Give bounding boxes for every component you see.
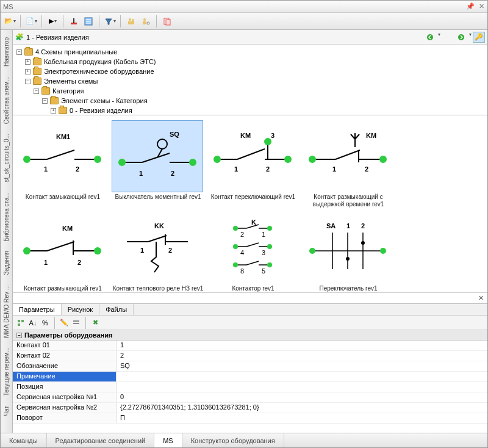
gallery-item[interactable]: Выключатель моментный rev1: [112, 120, 204, 208]
thumbnail[interactable]: [112, 120, 203, 192]
property-row[interactable]: Сервисная настройка №10: [13, 392, 487, 403]
new-doc-button[interactable]: 📄▾: [24, 15, 38, 28]
sidebar-tab-library[interactable]: Библиотека ста...: [2, 187, 11, 247]
thumbnail[interactable]: [207, 212, 298, 284]
sidebar-tab-tasks[interactable]: Задания: [2, 246, 11, 280]
tree-node[interactable]: +Электротехническое оборудование: [25, 67, 484, 76]
property-value[interactable]: 1: [117, 341, 487, 350]
expand-icon[interactable]: −: [42, 98, 48, 104]
property-row[interactable]: Контакт 022: [13, 351, 487, 361]
tree-node[interactable]: −Элементы схемы: [25, 76, 484, 86]
property-value[interactable]: [117, 372, 487, 381]
property-value[interactable]: [117, 382, 487, 392]
property-row[interactable]: Сервисная настройка №2{2.272786701340351…: [13, 403, 487, 413]
close-icon[interactable]: ✕: [478, 3, 485, 10]
bottom-tab[interactable]: MS: [154, 433, 182, 447]
expand-icon[interactable]: +: [25, 59, 30, 65]
nav-back-button[interactable]: [424, 32, 436, 43]
sidebar-tab-properties[interactable]: Свойства элем...: [2, 71, 11, 129]
folder-icon: [33, 58, 41, 65]
expand-icon[interactable]: −: [16, 49, 22, 55]
prop-edit-button[interactable]: ✏️: [59, 317, 70, 328]
pin-icon[interactable]: 📌: [467, 3, 474, 10]
sidebar-tab-mia[interactable]: МИА DEMO Rev ...: [2, 280, 11, 343]
property-value[interactable]: П: [117, 413, 487, 423]
prop-clear-button[interactable]: ✖: [90, 317, 101, 328]
marker-button[interactable]: [67, 15, 81, 28]
thumbnail[interactable]: [302, 212, 393, 284]
prop-sort-button[interactable]: A↓: [27, 317, 38, 328]
gallery-item[interactable]: Переключатель rev1: [302, 212, 395, 292]
chevron-down-icon[interactable]: ▾: [438, 32, 440, 43]
property-value[interactable]: {2.272786701340351; 1.310360132673281; 0…: [117, 403, 487, 413]
svg-rect-19: [73, 320, 79, 322]
nav-forward-button[interactable]: [455, 32, 467, 43]
gallery-item[interactable]: Контактор rev1: [207, 212, 300, 292]
gallery-item[interactable]: Контакт переключающий rev1: [207, 120, 300, 208]
gallery-item[interactable]: Контакт размыкающий с выдержкой времени …: [302, 120, 395, 208]
sidebar-tab-navigator[interactable]: Навигатор: [2, 32, 11, 71]
property-tab[interactable]: Рисунок: [62, 304, 100, 315]
window-title: MS: [3, 3, 13, 10]
filter-button[interactable]: ▾: [103, 15, 117, 28]
tree-node[interactable]: −Категория: [34, 86, 484, 96]
expand-icon[interactable]: +: [51, 108, 56, 114]
tree-node[interactable]: −Элемент схемы - Категория: [42, 96, 484, 106]
titlebar: MS 📌 ✕: [1, 1, 487, 13]
folder-icon: [41, 87, 50, 95]
gallery-item[interactable]: Контакт замыкающий rev1: [16, 120, 109, 208]
bottom-tab[interactable]: Конструктор оборудования: [182, 433, 284, 447]
prop-percent-button[interactable]: %: [40, 317, 51, 328]
tree-node[interactable]: +Кабельная продукция (Кабель ЭТС): [25, 57, 484, 67]
user-key-button[interactable]: [139, 15, 152, 28]
tree-node[interactable]: +0 - Ревизия изделия: [51, 106, 484, 115]
property-row[interactable]: ПоворотП: [13, 413, 487, 424]
thumbnail[interactable]: [112, 212, 203, 284]
property-tab[interactable]: Файлы: [99, 304, 134, 315]
sidebar-tab-vars[interactable]: Текущие перем...: [2, 342, 11, 401]
sidebar-tab-chat[interactable]: Чат: [2, 401, 11, 421]
tree-node[interactable]: −4.Схемы принципиальные: [16, 47, 484, 57]
property-row[interactable]: Позиция: [13, 382, 487, 392]
property-tab[interactable]: Параметры: [13, 304, 62, 315]
copy-button[interactable]: [160, 15, 174, 28]
tree-label: Электротехническое оборудование: [44, 68, 154, 75]
chevron-down-icon[interactable]: ▾: [469, 32, 472, 43]
thumbnail[interactable]: [302, 120, 393, 192]
prop-grid-button[interactable]: [71, 317, 82, 328]
property-row[interactable]: Контакт 011: [13, 341, 487, 351]
bottom-tab[interactable]: Редактирование соединений: [47, 433, 155, 447]
property-value[interactable]: SQ: [117, 361, 487, 371]
property-value[interactable]: 0: [117, 392, 487, 402]
users-button[interactable]: [124, 15, 138, 28]
close-panel-icon[interactable]: ✕: [476, 294, 485, 303]
thumbnail[interactable]: [207, 120, 298, 192]
property-key: Обозначение: [13, 361, 117, 371]
folder-icon: [33, 78, 41, 85]
property-group-header[interactable]: − Параметры оборудования: [13, 330, 487, 341]
gallery-item[interactable]: Контакт размыкающий rev1: [16, 212, 109, 292]
expand-icon[interactable]: −: [25, 79, 30, 84]
expand-icon[interactable]: −: [34, 89, 39, 94]
list-button[interactable]: [82, 15, 95, 28]
open-button[interactable]: 📂▾: [3, 15, 16, 28]
tree-view[interactable]: −4.Схемы принципиальные+Кабельная продук…: [13, 45, 487, 115]
property-value[interactable]: 2: [117, 351, 487, 361]
property-row[interactable]: ОбозначениеSQ: [13, 361, 487, 372]
nav-folder-button[interactable]: [442, 32, 454, 43]
thumbnail[interactable]: [16, 212, 108, 284]
sidebar-tab-circuits[interactable]: st_sk_circuits_0...: [2, 129, 11, 187]
play-button[interactable]: ▶▾: [46, 15, 59, 28]
thumbnail[interactable]: [16, 120, 108, 192]
gallery-item[interactable]: Контакт теплового реле НЗ rev1: [112, 212, 204, 292]
main-toolbar: 📂▾ 📄▾ ▶▾ ▾: [1, 13, 487, 30]
property-toolbar: A↓ % ✏️ ✖: [13, 316, 487, 330]
key-button[interactable]: 🔑: [473, 32, 485, 43]
prop-cat-button[interactable]: [15, 317, 26, 328]
property-row[interactable]: Примечание: [13, 372, 487, 382]
bottom-tab[interactable]: Команды: [1, 433, 47, 447]
thumbnail-caption: Контакт размыкающий rev1: [16, 285, 109, 292]
property-grid[interactable]: Контакт 011Контакт 022ОбозначениеSQПриме…: [13, 341, 487, 433]
svg-point-6: [129, 18, 131, 21]
expand-icon[interactable]: +: [25, 69, 30, 74]
